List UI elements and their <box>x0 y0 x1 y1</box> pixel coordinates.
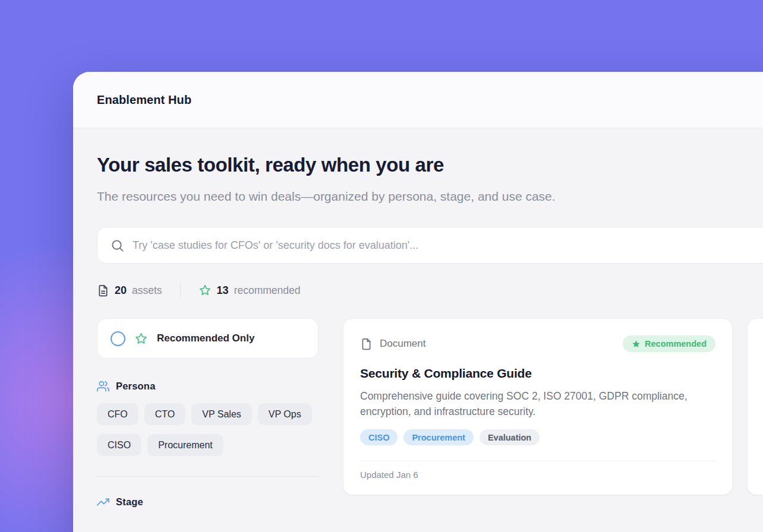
card-type: Document <box>360 338 425 350</box>
stats-row: 20 assets 13 recommended <box>97 283 763 298</box>
assets-count-stat: 20 assets <box>97 284 162 297</box>
persona-chip-vp-ops[interactable]: VP Ops <box>258 403 312 425</box>
file-icon <box>360 338 373 350</box>
persona-chip-cfo[interactable]: CFO <box>97 403 138 425</box>
asset-card-security-compliance-guide[interactable]: Document Recommended Security & Complian… <box>343 318 733 495</box>
card-title: Security & Compliance Guide <box>360 366 715 381</box>
search-icon <box>111 239 124 252</box>
persona-chip-ciso[interactable]: CISO <box>97 434 141 456</box>
persona-section-header: Persona <box>97 380 319 392</box>
recommended-badge-label: Recommended <box>645 339 707 349</box>
users-icon <box>97 380 109 392</box>
recommended-count: 13 <box>217 284 229 297</box>
persona-chip-cto[interactable]: CTO <box>144 403 185 425</box>
recommended-count-stat: 13 recommended <box>198 284 301 297</box>
radio-circle-icon[interactable] <box>111 331 125 346</box>
app-title: Enablement Hub <box>97 93 191 107</box>
recommended-only-toggle[interactable]: Recommended Only <box>97 318 319 359</box>
tag-evaluation: Evaluation <box>480 429 540 445</box>
assets-label: assets <box>132 284 162 297</box>
page-title: Your sales toolkit, ready when you are <box>97 153 763 177</box>
trending-up-icon <box>97 496 109 508</box>
content-row: Recommended Only Persona CFO <box>97 318 763 508</box>
star-icon <box>134 332 148 346</box>
persona-chip-procurement[interactable]: Procurement <box>147 434 223 456</box>
recommended-badge: Recommended <box>623 335 715 352</box>
tag-ciso: CISO <box>360 429 398 445</box>
persona-chip-vp-sales[interactable]: VP Sales <box>191 403 252 425</box>
card-description: Comprehensive guide covering SOC 2, ISO … <box>360 388 711 419</box>
star-icon <box>198 284 212 297</box>
page-subtitle: The resources you need to win deals—orga… <box>97 186 584 207</box>
star-filled-icon <box>632 340 641 349</box>
search-input[interactable] <box>133 239 763 252</box>
tag-procurement: Procurement <box>403 429 473 445</box>
search-bar[interactable] <box>97 227 763 264</box>
app-header: Enablement Hub <box>73 72 763 128</box>
card-tag-list: CISO Procurement Evaluation <box>360 429 715 445</box>
card-updated-date: Updated Jan 6 <box>360 461 715 492</box>
stage-section-header: Stage <box>97 496 319 508</box>
recommended-label: recommended <box>234 284 301 297</box>
stats-divider <box>180 283 181 297</box>
asset-card-grid: Document Recommended Security & Complian… <box>343 318 763 495</box>
stage-section-title: Stage <box>116 496 143 508</box>
persona-chip-list: CFO CTO VP Sales VP Ops CISO Procurement <box>97 403 319 456</box>
enablement-hub-window: Enablement Hub Your sales toolkit, ready… <box>73 72 763 532</box>
card-type-label: Document <box>380 338 425 350</box>
recommended-only-label: Recommended Only <box>157 332 254 344</box>
document-icon <box>97 284 109 297</box>
asset-card-partial[interactable] <box>747 318 763 495</box>
sidebar-divider <box>97 476 319 477</box>
filter-sidebar: Recommended Only Persona CFO <box>97 318 319 508</box>
page-content: Your sales toolkit, ready when you are T… <box>73 128 763 508</box>
persona-section-title: Persona <box>116 381 156 392</box>
card-top-row: Document Recommended <box>360 335 715 352</box>
assets-count: 20 <box>115 284 127 297</box>
